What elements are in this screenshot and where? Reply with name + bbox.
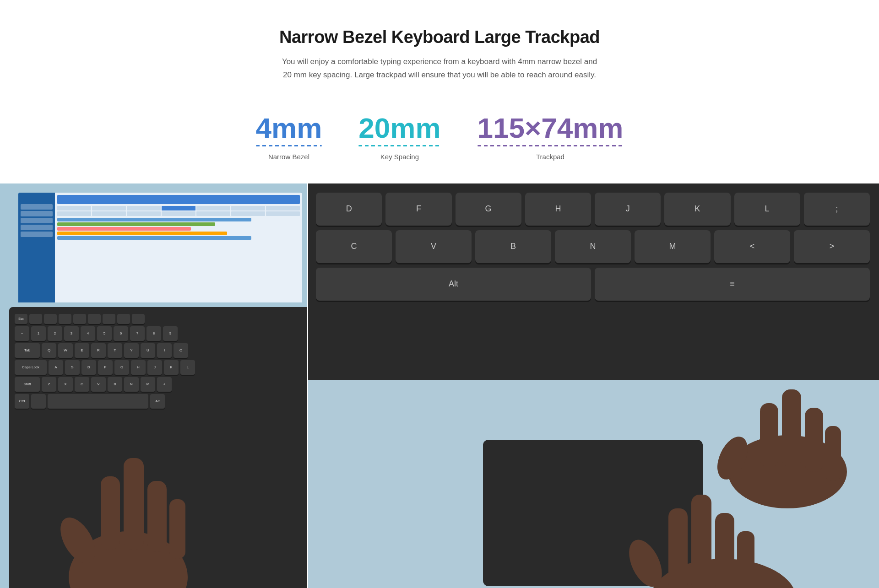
spec-value-spacing: 20mm xyxy=(358,114,440,142)
key-f1 xyxy=(29,314,42,324)
cal-cell xyxy=(231,211,265,216)
screen-sidebar xyxy=(18,193,55,302)
cal-cell xyxy=(266,206,300,210)
closeup-key-gt: > xyxy=(794,230,870,263)
closeup-key-h: H xyxy=(525,193,591,226)
cal-cell xyxy=(127,206,161,210)
key-5: 5 xyxy=(97,326,112,341)
hand-right-bottom-svg xyxy=(595,440,852,588)
screen-main xyxy=(55,193,302,302)
sidebar-item-1 xyxy=(21,204,53,210)
closeup-key-n: N xyxy=(555,230,631,263)
cal-cell xyxy=(57,211,91,216)
svg-rect-2 xyxy=(101,476,120,550)
sidebar-item-4 xyxy=(21,225,53,230)
images-section: Esc ~ 1 2 3 xyxy=(0,183,879,588)
screen-inner xyxy=(18,193,302,302)
key-row-numbers: ~ 1 2 3 4 5 6 7 8 9 xyxy=(15,326,307,341)
key-8: 8 xyxy=(146,326,161,341)
closeup-row-3: Alt ≡ xyxy=(316,268,870,301)
key-shift-left: Shift xyxy=(15,377,40,392)
screen-events xyxy=(57,218,300,240)
svg-rect-5 xyxy=(169,499,185,559)
subtitle-line1: You will enjoy a comfortable typing expe… xyxy=(282,57,597,66)
spec-underline-bezel xyxy=(256,145,322,146)
event-bar-blue2 xyxy=(57,236,251,240)
spec-label-bezel: Narrow Bezel xyxy=(268,153,309,161)
subtitle: You will enjoy a comfortable typing expe… xyxy=(183,55,696,82)
closeup-key-v: V xyxy=(396,230,472,263)
cal-cell xyxy=(266,211,300,216)
cal-cell xyxy=(57,206,91,210)
cal-cell xyxy=(127,211,161,216)
spec-label-trackpad: Trackpad xyxy=(536,153,564,161)
image-right: D F G H J K L ; C V B N xyxy=(307,183,879,588)
svg-rect-19 xyxy=(737,531,754,588)
closeup-key-b: B xyxy=(475,230,551,263)
spec-value-bezel: 4mm xyxy=(256,114,322,142)
key-f5 xyxy=(88,314,101,324)
spec-label-spacing: Key Spacing xyxy=(380,153,419,161)
right-container: D F G H J K L ; C V B N xyxy=(307,183,879,588)
subtitle-line2: 20 mm key spacing. Large trackpad will e… xyxy=(283,70,596,79)
event-bar-blue xyxy=(57,218,251,221)
main-title: Narrow Bezel Keyboard Large Trackpad xyxy=(183,27,696,47)
key-ctrl: Ctrl xyxy=(15,394,29,409)
spec-key-spacing: 20mm Key Spacing xyxy=(358,114,440,161)
spec-value-trackpad: 115×74mm xyxy=(477,114,624,142)
cal-cell-today xyxy=(162,206,195,210)
key-f2 xyxy=(44,314,57,324)
closeup-key-m: M xyxy=(635,230,711,263)
closeup-key-menu: ≡ xyxy=(595,268,870,301)
closeup-key-semicolon: ; xyxy=(804,193,870,226)
cal-cell xyxy=(162,211,195,216)
event-bar-green xyxy=(57,222,215,226)
event-bar-orange xyxy=(57,232,227,235)
key-f7 xyxy=(117,314,130,324)
closeup-key-alt: Alt xyxy=(316,268,591,301)
cal-cell xyxy=(92,211,126,216)
header-section: Narrow Bezel Keyboard Large Trackpad You… xyxy=(0,27,879,100)
screen-calendar xyxy=(57,206,300,216)
key-row-fn: Esc xyxy=(15,314,307,324)
closeup-key-k: K xyxy=(664,193,730,226)
key-6: 6 xyxy=(114,326,128,341)
sidebar-item-5 xyxy=(21,232,53,237)
key-3: 3 xyxy=(64,326,79,341)
key-tab: Tab xyxy=(15,343,40,358)
cal-cell xyxy=(196,206,230,210)
sidebar-item-2 xyxy=(21,211,53,216)
closeup-key-j: J xyxy=(595,193,661,226)
svg-rect-4 xyxy=(147,481,167,552)
closeup-row-1: D F G H J K L ; xyxy=(316,193,870,226)
sidebar-item-3 xyxy=(21,218,53,223)
closeup-key-c: C xyxy=(316,230,392,263)
keyboard-closeup: D F G H J K L ; C V B N xyxy=(307,183,879,380)
key-4: 4 xyxy=(81,326,95,341)
spec-trackpad: 115×74mm Trackpad xyxy=(477,114,624,161)
key-esc: Esc xyxy=(15,314,27,324)
spec-underline-spacing xyxy=(358,145,440,146)
key-f4 xyxy=(73,314,86,324)
key-7: 7 xyxy=(130,326,145,341)
laptop-container: Esc ~ 1 2 3 xyxy=(0,183,307,588)
closeup-key-d: D xyxy=(316,193,382,226)
image-left: Esc ~ 1 2 3 xyxy=(0,183,307,588)
key-1: 1 xyxy=(31,326,46,341)
key-f6 xyxy=(103,314,115,324)
closeup-key-g: G xyxy=(456,193,521,226)
page-wrapper: Narrow Bezel Keyboard Large Trackpad You… xyxy=(0,0,879,588)
cal-cell xyxy=(231,206,265,210)
spec-underline-trackpad xyxy=(477,145,624,146)
closeup-key-f: F xyxy=(385,193,451,226)
svg-rect-16 xyxy=(668,508,688,588)
svg-rect-17 xyxy=(691,495,711,588)
key-9: 9 xyxy=(163,326,178,341)
cal-cell xyxy=(92,206,126,210)
svg-rect-3 xyxy=(124,458,144,550)
screen-topbar xyxy=(57,195,300,204)
spec-narrow-bezel: 4mm Narrow Bezel xyxy=(256,114,322,161)
laptop-screen xyxy=(18,193,302,302)
closeup-key-lt: < xyxy=(714,230,790,263)
event-bar-red xyxy=(57,227,191,231)
